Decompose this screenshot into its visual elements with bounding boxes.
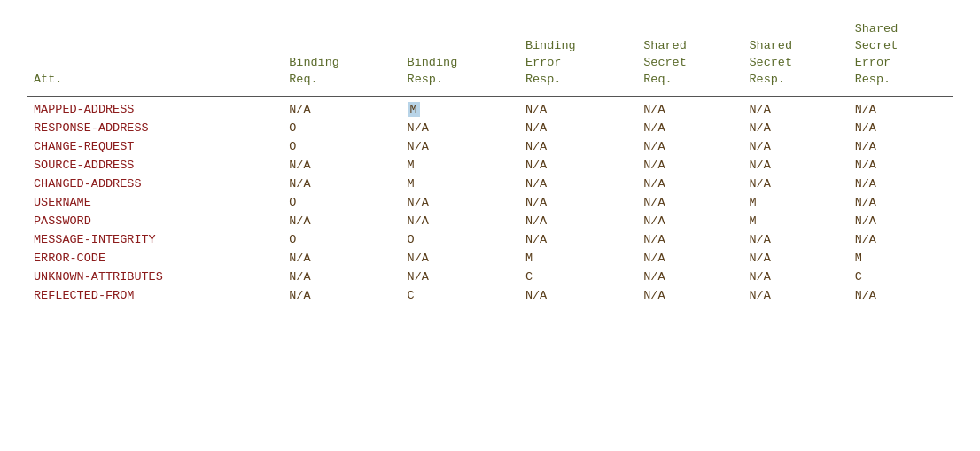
table-row: ERROR-CODEN/AN/AMN/AN/AM [27,249,953,268]
shared-secret-resp-header: SharedSecretResp. [742,18,847,96]
value-cell: M [401,156,518,175]
value-cell: N/A [848,286,953,305]
value-cell: N/A [848,193,953,212]
table-row: REFLECTED-FROMN/ACN/AN/AN/AN/A [27,286,953,305]
binding-error-resp-header: BindingErrorResp. [518,18,636,96]
attributes-table: Att. BindingReq. BindingResp. BindingErr… [27,18,953,305]
value-cell: N/A [282,156,400,175]
table-row: MESSAGE-INTEGRITYOON/AN/AN/AN/A [27,230,953,249]
binding-resp-header: BindingResp. [401,18,518,96]
binding-req-header: BindingReq. [282,18,400,96]
value-cell: N/A [282,268,400,286]
value-cell: N/A [401,212,518,230]
value-cell: N/A [636,119,742,137]
value-cell: O [282,230,400,249]
value-cell: C [401,286,518,305]
value-cell: N/A [518,119,636,137]
value-cell: N/A [518,156,636,175]
value-cell: N/A [848,175,953,193]
value-cell: N/A [636,97,742,119]
value-cell: O [282,137,400,156]
value-cell: N/A [636,249,742,268]
value-cell: C [848,268,953,286]
att-cell: MESSAGE-INTEGRITY [27,230,282,249]
value-cell: N/A [636,193,742,212]
value-cell: N/A [636,156,742,175]
value-cell: N/A [742,137,847,156]
value-cell: O [282,119,400,137]
value-cell: N/A [636,286,742,305]
value-cell: N/A [742,286,847,305]
value-cell: N/A [742,249,847,268]
table-row: MAPPED-ADDRESSN/AMN/AN/AN/AN/A [27,97,953,119]
table-row: SOURCE-ADDRESSN/AMN/AN/AN/AN/A [27,156,953,175]
value-cell: M [401,175,518,193]
value-cell: N/A [636,230,742,249]
att-cell: MAPPED-ADDRESS [27,97,282,119]
value-cell: M [742,193,847,212]
table-row: UNKNOWN-ATTRIBUTESN/AN/ACN/AN/AC [27,268,953,286]
att-cell: PASSWORD [27,212,282,230]
value-cell: N/A [636,268,742,286]
att-cell: RESPONSE-ADDRESS [27,119,282,137]
value-cell: N/A [742,230,847,249]
value-cell: N/A [636,175,742,193]
value-cell: N/A [742,156,847,175]
value-cell: N/A [848,156,953,175]
att-cell: SOURCE-ADDRESS [27,156,282,175]
att-header: Att. [27,18,282,96]
value-cell: N/A [848,212,953,230]
value-cell: N/A [636,137,742,156]
value-cell: N/A [848,137,953,156]
table-row: CHANGED-ADDRESSN/AMN/AN/AN/AN/A [27,175,953,193]
value-cell: N/A [401,119,518,137]
value-cell: N/A [282,286,400,305]
value-cell: N/A [848,119,953,137]
value-cell: M [518,249,636,268]
table-row: PASSWORDN/AN/AN/AN/AMN/A [27,212,953,230]
att-cell: ERROR-CODE [27,249,282,268]
header-row: Att. BindingReq. BindingResp. BindingErr… [27,18,953,96]
value-cell: N/A [848,230,953,249]
value-cell: N/A [518,193,636,212]
value-cell: O [282,193,400,212]
value-cell: N/A [742,268,847,286]
value-cell: M [742,212,847,230]
value-cell: C [518,268,636,286]
value-cell: N/A [401,268,518,286]
shared-secret-error-resp-header: SharedSecretErrorResp. [848,18,953,96]
value-cell: N/A [401,137,518,156]
value-cell: N/A [282,212,400,230]
table-row: CHANGE-REQUESTON/AN/AN/AN/AN/A [27,137,953,156]
value-cell: N/A [518,97,636,119]
value-cell: N/A [518,212,636,230]
value-cell: N/A [742,119,847,137]
value-cell: O [401,230,518,249]
value-cell: M [401,97,518,119]
value-cell: N/A [518,175,636,193]
value-cell: N/A [518,286,636,305]
value-cell: N/A [518,230,636,249]
att-cell: REFLECTED-FROM [27,286,282,305]
table-row: USERNAMEON/AN/AN/AMN/A [27,193,953,212]
att-cell: USERNAME [27,193,282,212]
value-cell: N/A [518,137,636,156]
value-cell: N/A [401,193,518,212]
value-cell: N/A [282,175,400,193]
main-container: Att. BindingReq. BindingResp. BindingErr… [27,18,953,305]
value-cell: N/A [848,97,953,119]
table-row: RESPONSE-ADDRESSON/AN/AN/AN/AN/A [27,119,953,137]
value-cell: M [848,249,953,268]
att-cell: CHANGED-ADDRESS [27,175,282,193]
value-cell: N/A [636,212,742,230]
value-cell: N/A [282,97,400,119]
att-cell: CHANGE-REQUEST [27,137,282,156]
att-cell: UNKNOWN-ATTRIBUTES [27,268,282,286]
value-cell: N/A [401,249,518,268]
value-cell: N/A [282,249,400,268]
value-cell: N/A [742,97,847,119]
shared-secret-req-header: SharedSecretReq. [636,18,742,96]
value-cell: N/A [742,175,847,193]
